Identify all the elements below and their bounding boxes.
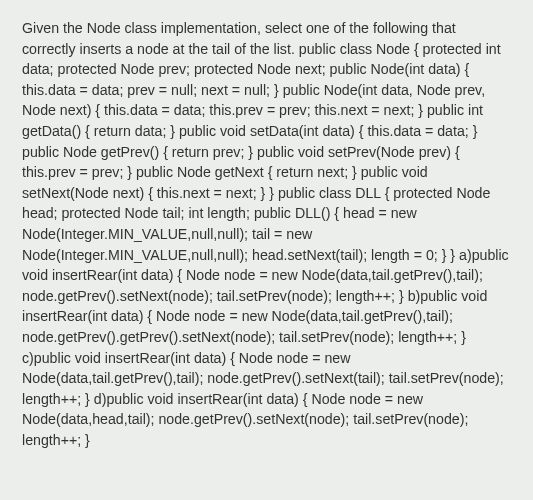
question-body: Given the Node class implementation, sel… [22,20,509,448]
question-text-block: Given the Node class implementation, sel… [22,18,511,450]
